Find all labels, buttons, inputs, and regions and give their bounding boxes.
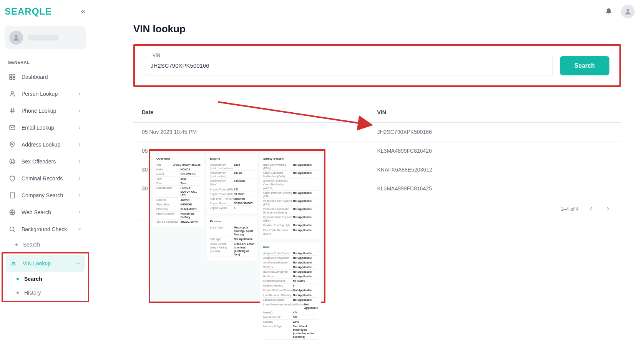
sidebar-item-email[interactable]: Email Lookup [5, 119, 86, 136]
chevron-right-icon [77, 91, 82, 97]
sidebar-item-sex-offenders[interactable]: Sex Offenders [5, 153, 86, 170]
detail-row: ManufacturerHONDA MOTOR CO., LTD [156, 186, 201, 197]
sidebar-item-label: Dashboard [22, 74, 48, 80]
detail-row: ManufacturerId987 [263, 315, 318, 320]
hash-icon [8, 107, 16, 115]
pagination-text: 1–4 of 4 [561, 206, 579, 212]
sidebar-item-phone[interactable]: Phone Lookup [5, 102, 86, 119]
cell-vin: KL3MA4899FC816425 [377, 185, 613, 192]
sidebar-item-label: Address Lookup [22, 142, 60, 148]
detail-row: Crash Automatic Notification (CAN)Not Ap… [263, 171, 318, 179]
sidebar-item-criminal[interactable]: Criminal Records [5, 170, 86, 187]
sidebar-item-label: Sex Offenders [22, 158, 56, 165]
sidebar-item-label: Web Search [22, 209, 51, 215]
sidebar-item-label: Phone Lookup [22, 108, 56, 114]
column-header-date: Date [142, 109, 377, 115]
chevron-right-icon [77, 176, 82, 181]
sidebar-item-label: Criminal Records [22, 175, 63, 182]
sidebar: SEARQLE GENERAL Dashboard Person Lookup … [0, 0, 91, 360]
svg-point-12 [10, 159, 15, 164]
detail-row: Pedestrian Automatic Emergency BrakingNo… [263, 207, 318, 215]
svg-rect-3 [10, 78, 12, 80]
card-title: Overview [156, 157, 201, 160]
sub-item-bg-search[interactable]: Search [12, 238, 86, 252]
cell-vin: JH2SC790XPK500166 [377, 129, 613, 135]
chevron-right-icon [77, 142, 82, 147]
pin-icon [8, 141, 16, 148]
car-icon [10, 260, 17, 267]
sidebar-item-address[interactable]: Address Lookup [5, 136, 86, 153]
detail-row: Advanced Automatic Crash Notification (A… [263, 179, 318, 190]
chevron-down-icon [77, 227, 82, 232]
detail-row: Cab TypeNot Applicable [210, 237, 254, 242]
svg-line-9 [13, 108, 14, 113]
notifications-button[interactable] [603, 5, 615, 18]
detail-row: BedTypeNot Applicable [263, 265, 318, 270]
engine-card: Engine Displacement (cubic centimeters)1… [207, 154, 257, 213]
avatar-icon [9, 31, 23, 45]
detail-row: AutoReverseSystemNot Applicable [263, 260, 318, 265]
chevron-right-icon [77, 159, 82, 164]
detail-row: BusTypeNot Applicable [263, 274, 318, 279]
detail-row: Engine ModelSC79E-5200001 [210, 201, 254, 206]
annotation-detail-preview: Overview VINJH2SC790XPK500166MakeHONDAMo… [149, 149, 325, 303]
mail-icon [8, 124, 16, 132]
prev-page-button[interactable] [586, 204, 596, 213]
sidebar-item-label: Email Lookup [22, 125, 54, 131]
profile-avatar-button[interactable] [621, 5, 635, 18]
user-card[interactable] [5, 26, 86, 49]
svg-rect-15 [10, 193, 15, 198]
sidebar-item-vin-lookup[interactable]: VIN Lookup [6, 255, 85, 272]
next-page-button[interactable] [603, 204, 612, 213]
sub-item-vin-search[interactable]: Search [13, 272, 85, 286]
search-icon [8, 225, 16, 233]
detail-row: BusFloorConfigTypeNot Applicable [263, 270, 318, 274]
dot-icon [17, 278, 19, 280]
building-icon [8, 192, 16, 199]
sub-item-label: History [24, 290, 41, 296]
sidebar-item-dashboard[interactable]: Dashboard [5, 68, 86, 85]
collapse-sidebar-button[interactable] [80, 8, 86, 15]
detail-row: Plant StateKIKUCHI [156, 202, 201, 207]
cell-vin: KNAFX6A88E5203612 [377, 167, 613, 173]
safety-card: Safety System Blind Spot Warning (BSW)No… [260, 154, 321, 239]
sub-item-label: Search [24, 276, 42, 282]
detail-row: Displacement (cubic centimeters)1800 [210, 163, 254, 171]
sidebar-item-label: Person Lookup [22, 91, 58, 97]
detail-row: LowerBeamHeadlampLightSourceNot Applicab… [263, 302, 318, 310]
search-button[interactable]: Search [560, 56, 609, 75]
exterior-card: Exterior Body ClassMotorcycle – Touring … [207, 217, 257, 260]
cell-date: 05 Nov 2023 10:45 PM [142, 129, 377, 135]
shield-icon [8, 175, 16, 182]
chevron-right-icon [77, 193, 82, 198]
vin-input[interactable] [145, 56, 553, 75]
detail-row: LaneKeepSystemNot Applicable [263, 298, 318, 302]
section-label-general: GENERAL [8, 60, 83, 65]
dot-icon [15, 243, 18, 246]
search-card-annotation: VIN Search [133, 44, 621, 87]
table-row[interactable]: 05 Nov 2023 10:45 PM JH2SC790XPK500166 [133, 123, 621, 142]
sidebar-item-label: Company Search [22, 192, 63, 198]
detail-row: Year2023 [156, 177, 201, 181]
svg-point-13 [11, 161, 12, 162]
detail-row: MotorcycleTypeTwo Wheel Motorcycle (excl… [263, 324, 318, 339]
svg-point-14 [13, 161, 14, 162]
chevron-down-icon [76, 261, 81, 266]
detail-row: Body ClassMotorcycle – Touring / Sport T… [210, 225, 254, 237]
svg-rect-4 [13, 78, 15, 80]
sidebar-item-company[interactable]: Company Search [5, 187, 86, 204]
detail-row: Dynamic Brake Support (DBS)Not Applicabl… [263, 215, 318, 223]
main-content: VIN lookup VIN Search Date VIN 05 Nov 20 [91, 0, 644, 360]
detail-row: Displacement (cubic inches)109.84 [210, 171, 254, 179]
sidebar-item-background-check[interactable]: Background Check [5, 221, 86, 238]
sub-item-vin-history[interactable]: History [13, 286, 85, 300]
card-title: Exterior [210, 220, 254, 223]
sidebar-item-web[interactable]: Web Search [5, 204, 86, 221]
detail-row: TrimTour [156, 181, 201, 186]
detail-row: AdaptiveCruiseControlNot Applicable [263, 251, 318, 256]
vin-input-label: VIN [150, 53, 163, 58]
card-title: Engine [210, 157, 254, 160]
detail-row: Engine Power (HP)125 [210, 187, 254, 192]
svg-point-11 [12, 143, 13, 145]
sidebar-item-person[interactable]: Person Lookup [5, 85, 86, 102]
